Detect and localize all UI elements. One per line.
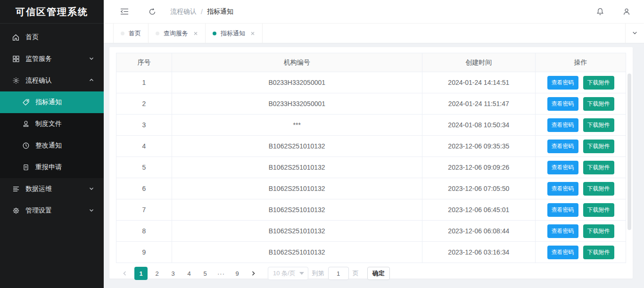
pagination-next-button[interactable] <box>247 267 260 280</box>
pagination-page-button[interactable]: 3 <box>166 267 180 280</box>
tab-indicator-notice[interactable]: 指标通知 <box>206 24 263 43</box>
user-icon[interactable] <box>622 8 631 16</box>
breadcrumb-parent: 流程确认 <box>170 8 197 16</box>
data-table: 序号 机构编号 创建时间 操作 1 B0233H332050001 2024-0… <box>116 53 626 263</box>
cell-org: B0233H332050001 <box>172 72 422 93</box>
page-size-value: 10 条/页 <box>273 269 296 278</box>
download-attachment-button[interactable]: 下载附件 <box>583 118 614 132</box>
cell-actions: 查看密码下载附件 <box>536 242 626 263</box>
download-attachment-button[interactable]: 下载附件 <box>583 76 614 90</box>
table-row: 3 *** 2024-01-08 10:50:34 查看密码下载附件 <box>116 115 626 136</box>
submenu-process: 指标通知 制度文件 整改通知 重报申请 <box>0 91 104 178</box>
chevron-down-icon <box>632 29 638 38</box>
confirm-button[interactable]: 确定 <box>367 267 390 280</box>
pagination-page-button[interactable]: 4 <box>182 267 196 280</box>
view-password-button[interactable]: 查看密码 <box>547 161 578 174</box>
goto-page-input[interactable] <box>328 267 349 280</box>
tab-bar: 首页 查询服务 指标通知 <box>104 24 644 43</box>
view-password-button[interactable]: 查看密码 <box>547 97 578 111</box>
cell-created: 2023-12-06 06:45:01 <box>422 199 536 221</box>
view-password-button[interactable]: 查看密码 <box>547 203 578 217</box>
view-password-button[interactable]: 查看密码 <box>547 76 578 90</box>
table-row: 8 B1062S251010132 2023-12-06 06:08:44 查看… <box>116 221 626 242</box>
table-row: 1 B0233H332050001 2024-01-24 14:14:51 查看… <box>116 72 626 93</box>
download-attachment-button[interactable]: 下载附件 <box>583 140 614 153</box>
tab-home[interactable]: 首页 <box>113 24 149 43</box>
sidebar-item-rectify-notice[interactable]: 整改通知 <box>0 135 104 156</box>
download-attachment-button[interactable]: 下载附件 <box>583 246 614 259</box>
sidebar-item-system-files[interactable]: 制度文件 <box>0 113 104 135</box>
cell-index: 7 <box>116 199 172 221</box>
bell-icon[interactable] <box>596 8 604 16</box>
refresh-icon[interactable] <box>149 8 156 16</box>
table-row: 7 B1062S251010132 2023-12-06 06:45:01 查看… <box>116 199 626 221</box>
pagination-more-button[interactable]: ··· <box>215 267 228 280</box>
download-attachment-button[interactable]: 下载附件 <box>583 224 614 238</box>
tabs-dropdown-button[interactable] <box>625 24 644 43</box>
sidebar-item-settings[interactable]: 管理设置 <box>0 200 104 222</box>
download-attachment-button[interactable]: 下载附件 <box>583 182 614 196</box>
app-title: 可信区管理系统 <box>0 0 104 24</box>
tab-query-service[interactable]: 查询服务 <box>149 24 206 43</box>
gear-icon <box>12 207 20 215</box>
process-icon <box>12 77 20 85</box>
table-scrollbar[interactable] <box>627 74 631 230</box>
tab-dot <box>156 32 159 35</box>
download-attachment-button[interactable]: 下载附件 <box>583 203 614 217</box>
chevron-down-icon <box>89 207 94 214</box>
cell-actions: 查看密码下载附件 <box>536 199 626 221</box>
cell-index: 8 <box>116 221 172 242</box>
view-password-button[interactable]: 查看密码 <box>547 140 578 153</box>
page-size-select[interactable]: 10 条/页 <box>268 267 308 280</box>
sidebar: 可信区管理系统 首页 监管服务 流程确认 <box>0 0 104 288</box>
cell-created: 2024-01-24 14:14:51 <box>422 72 536 93</box>
close-icon[interactable] <box>250 31 255 36</box>
breadcrumb: 流程确认 / 指标通知 <box>170 8 233 16</box>
column-header-org: 机构编号 <box>172 53 422 72</box>
tag-icon <box>22 99 30 107</box>
collapse-sidebar-icon[interactable] <box>120 8 129 15</box>
table-row: 5 B1062S251010132 2023-12-06 09:09:26 查看… <box>116 157 626 178</box>
view-password-button[interactable]: 查看密码 <box>547 118 578 132</box>
chevron-up-icon <box>89 77 94 84</box>
sidebar-item-home[interactable]: 首页 <box>0 26 104 48</box>
cell-index: 4 <box>116 136 172 157</box>
goto-prefix-label: 到第 <box>312 269 324 278</box>
sidebar-item-label: 首页 <box>25 33 39 41</box>
column-header-created: 创建时间 <box>422 53 536 72</box>
pagination-prev-button[interactable] <box>118 267 132 280</box>
sidebar-item-supervision[interactable]: 监管服务 <box>0 48 104 70</box>
breadcrumb-current: 指标通知 <box>207 8 233 16</box>
table-row: 6 B1062S251010132 2023-12-06 07:05:50 查看… <box>116 178 626 199</box>
download-attachment-button[interactable]: 下载附件 <box>583 161 614 174</box>
cell-created: 2024-01-24 11:51:47 <box>422 93 536 115</box>
tab-label: 指标通知 <box>221 29 245 38</box>
view-password-button[interactable]: 查看密码 <box>547 182 578 196</box>
cell-actions: 查看密码下载附件 <box>536 178 626 199</box>
sidebar-item-label: 重报申请 <box>35 163 62 172</box>
sidebar-item-process[interactable]: 流程确认 <box>0 70 104 91</box>
pagination-page-button[interactable]: 1 <box>134 267 148 280</box>
sidebar-item-data-ops[interactable]: 数据运维 <box>0 178 104 200</box>
cell-org: B1062S251010132 <box>172 242 422 263</box>
column-header-actions: 操作 <box>536 53 626 72</box>
cell-org: B1062S251010132 <box>172 136 422 157</box>
view-password-button[interactable]: 查看密码 <box>547 224 578 238</box>
cell-org: *** <box>172 115 422 136</box>
sidebar-item-resubmit-apply[interactable]: 重报申请 <box>0 156 104 178</box>
cell-created: 2023-12-06 07:05:50 <box>422 178 536 199</box>
list-icon <box>12 185 20 193</box>
cell-org: B1062S251010132 <box>172 178 422 199</box>
sidebar-item-indicator-notice[interactable]: 指标通知 <box>0 91 104 113</box>
pagination-page-button[interactable]: 5 <box>198 267 212 280</box>
table-header-row: 序号 机构编号 创建时间 操作 <box>116 53 626 72</box>
cell-actions: 查看密码下载附件 <box>536 115 626 136</box>
pagination-page-button[interactable]: 9 <box>231 267 244 280</box>
sidebar-item-label: 制度文件 <box>35 120 62 128</box>
pagination-page-button[interactable]: 2 <box>150 267 164 280</box>
sidebar-item-label: 管理设置 <box>25 206 52 215</box>
close-icon[interactable] <box>193 31 198 36</box>
view-password-button[interactable]: 查看密码 <box>547 246 578 259</box>
download-attachment-button[interactable]: 下载附件 <box>583 97 614 111</box>
content-area: 序号 机构编号 创建时间 操作 1 B0233H332050001 2024-0… <box>104 43 644 288</box>
